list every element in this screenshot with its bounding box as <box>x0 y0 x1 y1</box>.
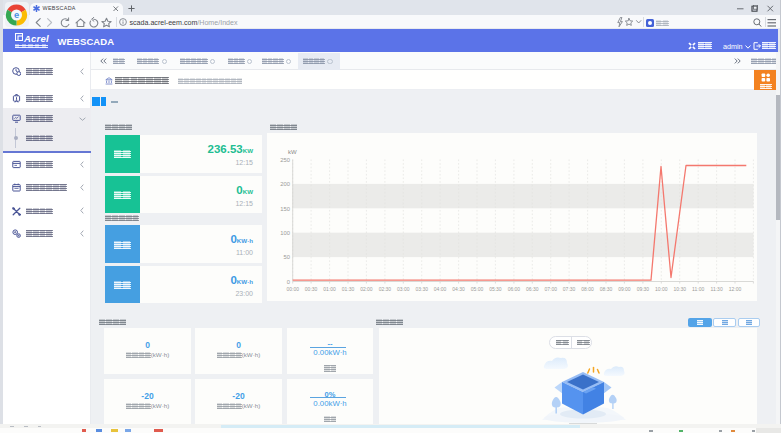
svg-text:05:00: 05:00 <box>471 286 484 292</box>
svg-text:03:00: 03:00 <box>397 286 410 292</box>
svg-text:10:00: 10:00 <box>655 286 668 292</box>
svg-text:0: 0 <box>287 279 290 285</box>
svg-text:50: 50 <box>284 254 290 260</box>
svg-text:04:00: 04:00 <box>434 286 447 292</box>
svg-text:07:30: 07:30 <box>563 286 576 292</box>
svg-text:kW: kW <box>288 149 297 155</box>
svg-text:01:30: 01:30 <box>342 286 355 292</box>
svg-text:10:30: 10:30 <box>673 286 686 292</box>
svg-text:09:00: 09:00 <box>618 286 631 292</box>
svg-text:09:30: 09:30 <box>637 286 650 292</box>
svg-text:02:30: 02:30 <box>379 286 392 292</box>
svg-text:03:30: 03:30 <box>415 286 428 292</box>
svg-text:06:30: 06:30 <box>526 286 539 292</box>
svg-text:04:30: 04:30 <box>452 286 465 292</box>
svg-text:00:30: 00:30 <box>305 286 318 292</box>
svg-text:11:30: 11:30 <box>711 286 723 292</box>
svg-text:07:00: 07:00 <box>544 286 557 292</box>
svg-text:05:30: 05:30 <box>489 286 502 292</box>
svg-text:250: 250 <box>280 157 290 163</box>
svg-text:200: 200 <box>280 181 290 187</box>
svg-text:11:00: 11:00 <box>692 286 704 292</box>
svg-text:01:00: 01:00 <box>323 286 336 292</box>
svg-text:02:00: 02:00 <box>360 286 373 292</box>
svg-text:12:00: 12:00 <box>729 286 742 292</box>
svg-text:00:00: 00:00 <box>286 286 299 292</box>
svg-text:08:00: 08:00 <box>581 286 594 292</box>
svg-text:150: 150 <box>280 206 290 212</box>
svg-text:06:00: 06:00 <box>508 286 521 292</box>
svg-text:e: e <box>14 9 19 20</box>
svg-text:100: 100 <box>280 230 290 236</box>
svg-text:08:30: 08:30 <box>600 286 613 292</box>
